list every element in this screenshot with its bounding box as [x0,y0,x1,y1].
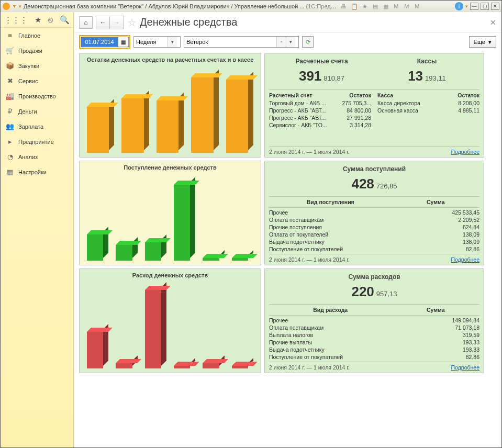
chart-bar[interactable] [145,177,166,261]
sidebar-item-3[interactable]: ✖Сервис [1,73,73,88]
expense-details-link[interactable]: Подробнее [451,364,479,371]
maximize-button[interactable]: ▢ [481,3,489,10]
sidebar-item-2[interactable]: 📦Закупки [1,58,73,73]
table-row[interactable]: Торговый дом - АКБ ...275 705,3... [269,99,371,107]
tab-close-button[interactable]: ✕ [490,18,496,27]
home-button[interactable]: ⌂ [79,16,93,29]
table-row[interactable]: Выдача подотчетнику138,09 [269,238,479,245]
period-input[interactable] [134,37,168,47]
table-row[interactable]: Прогресс - АКБ "АВТ...27 991,28 [269,114,371,121]
sidebar-item-4[interactable]: 🏭Производство [1,88,73,104]
minimize-button[interactable]: — [470,3,478,10]
income-range: 2 июня 2014 г. — 1 июля 2014 г. [269,256,350,263]
toolbar-star-icon[interactable]: ★ [361,2,369,10]
sidebar-item-label: Сервис [18,78,38,84]
org-open-icon[interactable]: ▫ [276,37,286,47]
chart-bar[interactable] [226,69,253,153]
toolbar-calc-icon[interactable]: ▤ [371,2,380,10]
period-select[interactable]: ▾ [133,36,181,48]
favorites-icon[interactable]: ★ [35,15,41,25]
chart-bar[interactable] [203,177,224,261]
income-details-link[interactable]: Подробнее [451,256,479,263]
table-row[interactable]: Прочее149 094,84 [269,317,479,324]
income-chart-title: Поступление денежных средств [84,164,256,171]
table-row[interactable]: Сервислог - АКБ "ТО...3 314,28 [269,121,371,129]
chart-bar[interactable] [116,177,137,261]
toolbar-clipboard-icon[interactable]: 📋 [350,2,359,10]
table-row[interactable]: Касса директора8 208,00 [377,99,479,107]
date-input[interactable] [81,37,118,47]
table-row[interactable]: Поступление от покупателей82,86 [269,353,479,361]
help-icon[interactable]: i [455,2,463,10]
org-chevron-icon[interactable]: ▾ [286,37,295,47]
table-row[interactable]: Прочие выплаты193,33 [269,339,479,346]
table-row[interactable]: Прочие поступления624,84 [269,223,479,231]
chart-bar[interactable] [87,69,114,153]
table-row[interactable]: Прочее425 533,45 [269,209,479,216]
table-row[interactable]: Оплата от покупателей138,09 [269,231,479,238]
balances-details-link[interactable]: Подробнее [451,149,479,155]
chart-bar[interactable] [116,285,137,368]
sidebar-item-0[interactable]: ≡Главное [1,28,73,43]
nav-back-button[interactable]: ← [96,16,110,29]
chart-bar[interactable] [145,285,166,368]
sidebar-item-8[interactable]: ◔Анализ [1,149,73,164]
sidebar-item-1[interactable]: 🛒Продажи [1,43,73,58]
more-button[interactable]: Еще▾ [469,36,496,48]
sidebar-icon: ▦ [6,168,14,176]
expense-info-card: Сумма расходов 220957,13 Вид расходаСумм… [264,268,484,373]
favorite-star-icon[interactable]: ☆ [127,16,137,29]
chart-bar[interactable] [174,285,195,368]
close-button[interactable]: ✕ [491,3,499,10]
window-titlebar: ▼ ▾ Демонстрационная база компании "Вете… [1,1,501,12]
app-menu-chevron-icon[interactable]: ▼ [12,4,17,9]
toolbar-m3-icon[interactable]: M [413,2,421,10]
table-row[interactable]: Основная касса4 985,11 [377,107,479,114]
nav-forward-button[interactable]: → [110,16,124,29]
table-row[interactable]: Выдача подотчетнику193,33 [269,346,479,353]
chart-bar[interactable] [157,69,184,153]
sidebar-item-7[interactable]: ▸Предприятие [1,134,73,149]
chart-bar[interactable] [203,285,224,368]
dashboard: Остатки денежных средств на расчетных сч… [74,51,501,447]
chart-bar[interactable] [232,177,253,261]
app-dropdown-icon[interactable]: ▾ [19,4,21,9]
history-icon[interactable]: ⎋ [48,15,53,24]
date-picker[interactable]: ▦ [79,35,130,49]
table-row[interactable]: Оплата поставщикам2 209,52 [269,216,479,223]
toolbar-print-icon[interactable]: 🖶 [340,2,348,10]
sidebar-item-5[interactable]: ₽Деньги [1,104,73,119]
help-chevron-icon[interactable]: ▾ [465,4,468,9]
apps-icon[interactable]: ⋮⋮⋮ [4,15,28,25]
org-select[interactable]: ▫ ▾ [184,36,299,48]
table-row[interactable]: Прогресс - АКБ "АВТ...84 800,00 [269,107,371,114]
search-icon[interactable]: 🔍 [60,15,70,25]
period-chevron-icon[interactable]: ▾ [168,37,177,47]
chart-bar[interactable] [87,177,108,261]
balances-chart[interactable] [84,65,256,153]
expense-range: 2 июня 2014 г. — 1 июля 2014 г. [269,364,350,371]
table-row[interactable]: Поступление от покупателей82,86 [269,245,479,253]
chart-bar[interactable] [232,285,253,368]
org-input[interactable] [184,37,276,47]
sidebar-item-9[interactable]: ▦Настройки [1,164,73,180]
table-row[interactable]: Выплата налогов319,59 [269,331,479,339]
sidebar-item-label: Деньги [18,108,37,115]
sidebar-item-label: Продажи [18,48,42,54]
sidebar-item-6[interactable]: 👥Зарплата [1,119,73,134]
sidebar-icon: 🛒 [6,47,14,54]
chart-bar[interactable] [174,177,195,261]
toolbar-calendar-icon[interactable]: ▦ [382,2,390,10]
chart-bar[interactable] [121,69,149,153]
refresh-button[interactable]: ⟳ [302,36,314,48]
sidebar-item-label: Настройки [18,169,47,175]
expense-chart[interactable] [84,281,256,368]
sidebar-icon: ▸ [6,138,14,145]
toolbar-m1-icon[interactable]: M [392,2,400,10]
income-chart[interactable] [84,173,256,261]
chart-bar[interactable] [191,69,218,153]
chart-bar[interactable] [87,285,108,368]
calendar-icon[interactable]: ▦ [118,37,129,47]
table-row[interactable]: Оплата поставщикам71 073,18 [269,324,479,331]
toolbar-m2-icon[interactable]: M [403,2,411,10]
